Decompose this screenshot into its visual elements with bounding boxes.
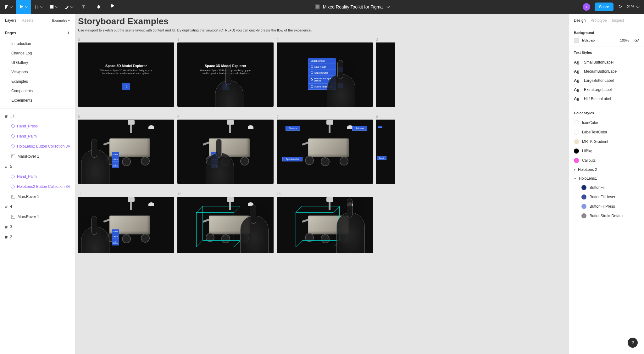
storyboard-cell[interactable]: 5□ Label□ Adjust□ Settings: [78, 115, 174, 184]
storyboard-cell[interactable]: 13: [277, 192, 373, 253]
chevron-down-icon: [55, 5, 58, 8]
color-style-label: IconColor: [582, 121, 598, 125]
storyboard-cell[interactable]: 0Space 3D Model ExplorerWelcome to Space…: [78, 38, 174, 107]
layer-row[interactable]: Hand_Press: [0, 121, 75, 131]
page-item[interactable]: Components: [0, 86, 75, 96]
text-style-item[interactable]: AgHL1ButtonLabel: [574, 94, 639, 103]
text-style-item[interactable]: AgLargeButtonLabel: [574, 76, 639, 85]
toolbar-right: Y Share 21%: [583, 3, 644, 11]
page-item[interactable]: UI Gallery: [0, 58, 75, 67]
page-item[interactable]: Change Log: [0, 48, 75, 58]
layer-row[interactable]: #4: [0, 202, 75, 212]
tab-layers[interactable]: Layers: [5, 18, 16, 23]
layer-row[interactable]: #11: [0, 111, 75, 121]
color-folder[interactable]: HoloLens1: [574, 174, 639, 183]
comment-tool-button[interactable]: [106, 0, 121, 14]
page-selector[interactable]: Examples: [52, 19, 70, 22]
help-button[interactable]: ?: [628, 338, 638, 348]
chevron-down-icon: [574, 178, 576, 179]
storyboard-frame[interactable]: Space 3D Model ExplorerWelcome to Space …: [78, 42, 174, 107]
storyboard-cell[interactable]: 8Spectr: [376, 115, 395, 184]
layer-row[interactable]: MarsRover 1: [0, 212, 75, 222]
image-icon: [11, 155, 15, 158]
layer-row[interactable]: #2: [0, 232, 75, 242]
pen-tool-button[interactable]: [61, 0, 76, 14]
storyboard-frame[interactable]: [177, 197, 274, 253]
present-button[interactable]: [618, 4, 622, 10]
canvas[interactable]: Storyboard Examples Use viewport to sket…: [75, 14, 569, 354]
storyboard-cell[interactable]: 7CameraAntennaSpectrometer: [277, 115, 373, 184]
shape-tool-button[interactable]: [46, 0, 61, 14]
background-row[interactable]: E5E5E5 100%: [574, 38, 639, 43]
tab-design[interactable]: Design: [574, 18, 586, 23]
tab-prototype[interactable]: Prototype: [591, 18, 607, 23]
color-style-label: LabelTextColor: [582, 130, 607, 134]
storyboard-frame[interactable]: [376, 42, 395, 107]
storyboard-frame[interactable]: Space 3D Model ExplorerWelcome to Space …: [177, 42, 274, 107]
color-style-item[interactable]: MRTK Gradient: [574, 137, 639, 146]
text-style-item[interactable]: AgSmallButtonLabel: [574, 58, 639, 67]
frame-label: 8: [376, 115, 395, 119]
figma-menu-button[interactable]: [0, 0, 16, 14]
hand-tool-button[interactable]: [91, 0, 106, 14]
text-tool-button[interactable]: [76, 0, 91, 14]
background-section: Background E5E5E5 100%: [569, 27, 644, 47]
toolbar-title-area[interactable]: Mixed Reality Toolkit for Figma: [315, 4, 389, 9]
page-item[interactable]: Examples: [0, 77, 75, 86]
component-icon: [11, 184, 15, 189]
page-subtitle: Use viewport to sketch out the scene lay…: [78, 28, 569, 32]
zoom-control[interactable]: 21%: [627, 5, 639, 9]
storyboard-frame[interactable]: CameraAntennaSpectrometer: [277, 120, 373, 184]
page-item[interactable]: Viewports: [0, 67, 75, 77]
storyboard-cell[interactable]: 2Select a modelMars RoverSpace ShuttleIn…: [277, 38, 373, 107]
layer-label: MarsRover 1: [18, 194, 39, 199]
color-style-label: ButtonFill: [590, 185, 605, 190]
storyboard-cell[interactable]: 3: [376, 38, 395, 107]
color-style-item[interactable]: Callouts: [574, 156, 639, 165]
layer-row[interactable]: MarsRover 1: [0, 151, 75, 161]
text-style-item[interactable]: AgMediumButtonLabel: [574, 67, 639, 76]
share-button[interactable]: Share: [595, 3, 613, 11]
layer-row[interactable]: #5: [0, 161, 75, 171]
background-opacity[interactable]: 100%: [620, 38, 629, 42]
color-style-item[interactable]: LabelTextColor: [574, 127, 639, 137]
storyboard-cell[interactable]: 1Space 3D Model ExplorerWelcome to Space…: [177, 38, 274, 107]
storyboard-frame[interactable]: Spectr: [376, 120, 395, 184]
color-swatch: [574, 149, 579, 154]
layer-row[interactable]: #3: [0, 222, 75, 232]
color-swatch: [574, 120, 579, 125]
storyboard-frame[interactable]: □ Label□ Adjust□ Settings: [78, 120, 174, 184]
color-style-item[interactable]: UIBkg: [574, 146, 639, 156]
color-folder[interactable]: HoloLens 2: [574, 165, 639, 174]
storyboard-cell[interactable]: 11□ Label□ Adjust□ Settings: [78, 192, 174, 253]
storyboard-cell[interactable]: 12: [177, 192, 274, 253]
layer-label: 11: [10, 114, 14, 118]
layer-row[interactable]: Hand_Palm: [0, 131, 75, 141]
storyboard-frame[interactable]: □ Label□ Adjust□ Settings: [177, 120, 274, 184]
color-style-item[interactable]: ButtonFillPress: [574, 202, 639, 211]
frame-tool-button[interactable]: [31, 0, 46, 14]
avatar[interactable]: Y: [583, 3, 590, 11]
storyboard-cell[interactable]: 6□ Label□ Adjust□ Settings: [177, 115, 274, 184]
color-style-item[interactable]: ButtonFillHover: [574, 192, 639, 202]
comment-icon: [111, 4, 116, 9]
visibility-toggle-icon[interactable]: [635, 39, 639, 42]
color-style-item[interactable]: IconColor: [574, 118, 639, 127]
background-swatch[interactable]: [574, 38, 579, 43]
color-style-item[interactable]: ButtonStrokeDefault: [574, 211, 639, 221]
tab-inspect[interactable]: Inspect: [612, 18, 624, 23]
text-style-item[interactable]: AgExtraLargeLabel: [574, 85, 639, 94]
layer-row[interactable]: MarsRover 1: [0, 192, 75, 202]
background-hex[interactable]: E5E5E5: [582, 38, 595, 42]
tab-assets[interactable]: Assets: [22, 18, 33, 23]
move-tool-button[interactable]: [16, 0, 31, 14]
layer-row[interactable]: HoloLens2 Button Collection 3V: [0, 141, 75, 151]
page-item[interactable]: Introduction: [0, 39, 75, 48]
layer-row[interactable]: HoloLens2 Button Collection 3V: [0, 182, 75, 192]
layer-row[interactable]: Hand_Palm: [0, 171, 75, 182]
storyboard-frame[interactable]: □ Label□ Adjust□ Settings: [78, 197, 174, 253]
storyboard-frame[interactable]: Select a modelMars RoverSpace ShuttleInt…: [277, 42, 373, 107]
color-style-item[interactable]: ButtonFill: [574, 183, 639, 192]
page-item[interactable]: Experiments: [0, 96, 75, 105]
storyboard-frame[interactable]: [277, 197, 373, 253]
